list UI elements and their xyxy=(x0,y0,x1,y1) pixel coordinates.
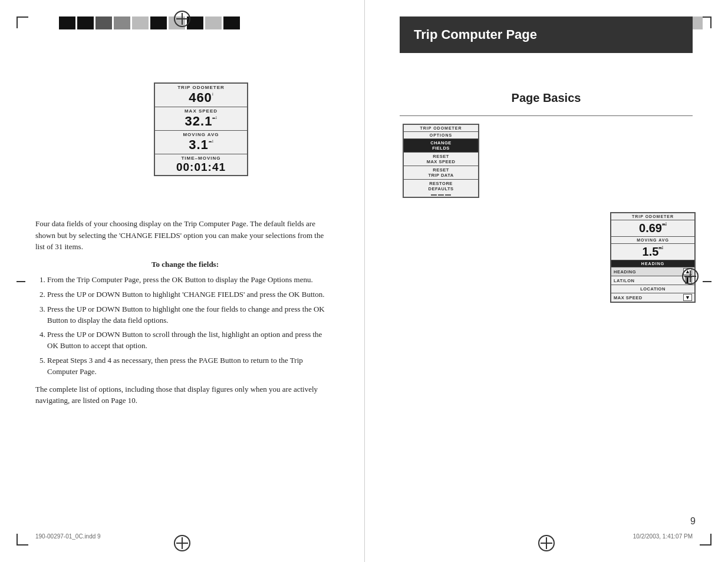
page-container: TRIP ODOMETER 460ⁱ MAX SPEED 32.1ᵐⁱ MOVI… xyxy=(0,0,728,562)
footer-left: 190-00297-01_0C.indd 9 xyxy=(35,533,101,540)
field-option-heading: HEADING xyxy=(614,269,636,275)
device-left: TRIP ODOMETER 460ⁱ MAX SPEED 32.1ᵐⁱ MOVI… xyxy=(154,82,248,176)
crosshair-top-left xyxy=(174,11,190,27)
field-option-latlon: LAT/LON xyxy=(614,278,634,283)
option-restore: RESTOREDEFAULTS xyxy=(406,181,476,191)
footer-right: 10/2/2003, 1:41:07 PM xyxy=(633,533,693,540)
corner-bl xyxy=(17,534,28,546)
field-option-maxspeed: MAX SPEED xyxy=(614,295,643,300)
options-label: OPTIONS xyxy=(406,133,476,137)
scroll-indicator-down: ▼ xyxy=(683,294,692,301)
device-label-4: TIME–MOVING xyxy=(157,156,245,161)
crosshair-bottom-left xyxy=(174,535,190,551)
field-heading-label: HEADING xyxy=(614,262,692,266)
device-label-2: MAX SPEED xyxy=(157,108,245,114)
option-reset-max: RESETMAX SPEED xyxy=(406,154,476,164)
step-5: Repeat Steps 3 and 4 as necessary, then … xyxy=(47,355,335,378)
section-heading: To change the fields: xyxy=(35,259,335,270)
right-header: Trip Computer Page xyxy=(400,16,693,53)
side-mark-left xyxy=(17,281,25,282)
option-change-fields: CHANGEFIELDS xyxy=(406,140,476,151)
device-label-3: MOVING AVG xyxy=(157,132,245,137)
corner-br xyxy=(700,534,711,546)
section-divider xyxy=(400,115,693,116)
intro-paragraph: Four data fields of your choosing displa… xyxy=(35,218,335,253)
device-field-select: TRIP ODOMETER 0.69ᵐⁱ MOVING AVG 1.5ᵐⁱ HE… xyxy=(610,212,696,303)
step-3: Press the UP or DOWN Button to highlight… xyxy=(47,304,335,326)
left-page: TRIP ODOMETER 460ⁱ MAX SPEED 32.1ᵐⁱ MOVI… xyxy=(0,0,364,562)
footer-paragraph: The complete list of options, including … xyxy=(35,384,335,406)
field-option-location: LOCATION xyxy=(614,286,692,292)
page-title: Trip Computer Page xyxy=(414,27,678,42)
field-device-title: TRIP ODOMETER xyxy=(614,214,692,219)
right-page: Trip Computer Page Page Basics TRIP ODOM… xyxy=(364,0,728,562)
top-bar-left xyxy=(59,16,224,29)
crosshair-bottom-right xyxy=(538,535,555,551)
step-2: Press the UP or DOWN Button to highlight… xyxy=(47,289,335,300)
device-value-3: 3.1ᵐⁱ xyxy=(157,137,245,153)
device-value-4: 00:01:41 xyxy=(157,161,245,174)
steps-list: From the Trip Computer Page, press the O… xyxy=(35,275,335,378)
device-options: TRIP ODOMETER OPTIONS CHANGEFIELDS RESET… xyxy=(403,124,479,198)
device-value-2: 32.1ᵐⁱ xyxy=(157,114,245,129)
field-value-1: 0.69ᵐⁱ xyxy=(614,222,692,235)
device-label-1: TRIP ODOMETER xyxy=(157,85,245,90)
body-text: Four data fields of your choosing displa… xyxy=(35,218,335,412)
section-title: Page Basics xyxy=(400,91,693,105)
side-mark-right xyxy=(703,281,711,282)
step-1: From the Trip Computer Page, press the O… xyxy=(47,275,335,286)
field-value-2: 1.5ᵐⁱ xyxy=(614,245,692,259)
device-value-1: 460ⁱ xyxy=(157,90,245,105)
corner-tl xyxy=(17,16,28,28)
page-number: 9 xyxy=(690,516,696,527)
option-reset-trip: RESETTRIP DATA xyxy=(406,167,476,178)
options-title: TRIP ODOMETER xyxy=(406,126,476,130)
crosshair-right xyxy=(682,268,699,285)
page-basics-section: Page Basics xyxy=(400,91,693,105)
field-label-2: MOVING AVG xyxy=(614,238,692,242)
step-4: Press the UP or DOWN Button to scroll th… xyxy=(47,329,335,352)
